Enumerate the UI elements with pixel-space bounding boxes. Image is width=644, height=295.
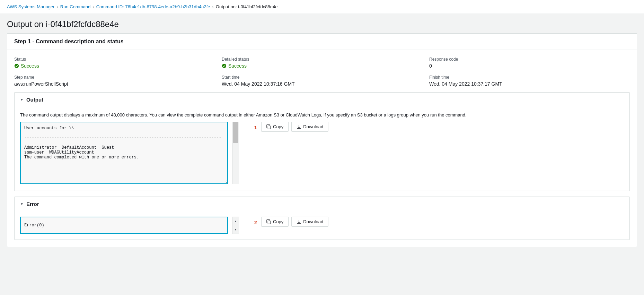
output-textarea[interactable] bbox=[20, 122, 228, 184]
output-download-button[interactable]: Download bbox=[291, 122, 328, 132]
svg-point-0 bbox=[15, 64, 19, 68]
page-header: Output on i-0f41bf2fcfdc88e4e bbox=[0, 14, 644, 33]
breadcrumb-separator-1: › bbox=[57, 4, 58, 9]
output-scrollbar-thumb bbox=[233, 122, 238, 143]
error-section-title: Error bbox=[26, 201, 39, 207]
error-copy-label: Copy bbox=[273, 219, 283, 224]
error-download-icon bbox=[297, 219, 301, 224]
output-action-buttons: Copy Download bbox=[261, 122, 328, 132]
finish-time-label: Finish time bbox=[429, 75, 630, 80]
meta-grid-1: Status Success Detailed status bbox=[14, 57, 630, 69]
breadcrumb-separator-3: › bbox=[212, 4, 214, 9]
status-text: Success bbox=[21, 63, 39, 69]
output-download-label: Download bbox=[303, 124, 323, 129]
step-title: Step 1 - Command description and status bbox=[14, 38, 630, 45]
response-code-label: Response code bbox=[429, 57, 630, 62]
page-title: Output on i-0f41bf2fcfdc88e4e bbox=[7, 19, 637, 29]
main-content: Step 1 - Command description and status … bbox=[0, 33, 644, 254]
detailed-status-value: Success bbox=[222, 63, 247, 69]
check-circle-icon-2 bbox=[222, 63, 227, 68]
output-line-number: 1 bbox=[243, 122, 257, 131]
output-section-header[interactable]: ▼ Output bbox=[15, 93, 629, 107]
error-copy-icon bbox=[266, 219, 271, 224]
breadcrumb-current: Output on: i-0f41bf2fcfdc88e4e bbox=[216, 4, 278, 9]
error-scroll-up[interactable]: ▲ bbox=[232, 217, 239, 225]
error-area-wrapper: Error(0) ▲ ▼ 2 bbox=[20, 217, 624, 234]
output-area-wrapper: 1 Copy bbox=[20, 122, 624, 185]
output-section-body: The command output displays a maximum of… bbox=[15, 107, 629, 191]
step-card-body: Status Success Detailed status bbox=[7, 50, 637, 247]
finish-time-item: Finish time Wed, 04 May 2022 10:37:17 GM… bbox=[429, 75, 630, 87]
status-value: Success bbox=[14, 63, 39, 69]
output-chevron-icon: ▼ bbox=[20, 98, 24, 102]
error-section-header[interactable]: ▼ Error bbox=[15, 197, 629, 211]
start-time-item: Start time Wed, 04 May 2022 10:37:16 GMT bbox=[222, 75, 422, 87]
copy-icon bbox=[266, 124, 271, 129]
error-chevron-icon: ▼ bbox=[20, 202, 24, 206]
error-textarea[interactable]: Error(0) bbox=[20, 217, 228, 234]
step-name-label: Step name bbox=[14, 75, 215, 80]
breadcrumb-aws-systems-manager[interactable]: AWS Systems Manager bbox=[7, 4, 55, 9]
check-circle-icon bbox=[14, 63, 19, 68]
output-copy-button[interactable]: Copy bbox=[261, 122, 289, 132]
svg-point-1 bbox=[222, 64, 226, 68]
breadcrumb-command-id[interactable]: Command ID: 76b4e1db-6798-4ede-a2b9-b2b3… bbox=[96, 4, 210, 9]
download-icon bbox=[297, 124, 301, 129]
detailed-status-item: Detailed status Success bbox=[222, 57, 422, 69]
error-scroll-down[interactable]: ▼ bbox=[232, 225, 239, 234]
breadcrumb-separator-2: › bbox=[92, 4, 94, 9]
output-copy-label: Copy bbox=[273, 124, 283, 129]
step-card: Step 1 - Command description and status … bbox=[7, 33, 637, 247]
output-scrollbar[interactable] bbox=[232, 122, 239, 184]
detailed-status-label: Detailed status bbox=[222, 57, 422, 62]
error-copy-button[interactable]: Copy bbox=[261, 217, 289, 227]
finish-time-value: Wed, 04 May 2022 10:37:17 GMT bbox=[429, 81, 630, 87]
response-code-value: 0 bbox=[429, 63, 630, 69]
error-scrollbar[interactable]: ▲ ▼ bbox=[232, 217, 239, 234]
error-line-number: 2 bbox=[243, 217, 257, 226]
step-name-item: Step name aws:runPowerShellScript bbox=[14, 75, 215, 87]
error-content: Error(0) bbox=[24, 223, 44, 228]
start-time-label: Start time bbox=[222, 75, 422, 80]
meta-grid-2: Step name aws:runPowerShellScript Start … bbox=[14, 75, 630, 87]
error-section-body: Error(0) ▲ ▼ 2 bbox=[15, 211, 629, 240]
step-card-header: Step 1 - Command description and status bbox=[7, 34, 637, 50]
error-download-label: Download bbox=[303, 219, 323, 224]
status-label: Status bbox=[14, 57, 215, 62]
error-section: ▼ Error Error(0) ▲ ▼ bbox=[14, 197, 630, 240]
svg-rect-3 bbox=[268, 221, 271, 224]
status-item: Status Success bbox=[14, 57, 215, 69]
breadcrumb: AWS Systems Manager › Run Command › Comm… bbox=[0, 0, 644, 14]
svg-rect-2 bbox=[268, 126, 271, 129]
breadcrumb-run-command[interactable]: Run Command bbox=[60, 4, 90, 9]
step-name-value: aws:runPowerShellScript bbox=[14, 81, 215, 87]
error-action-buttons: Copy Download bbox=[261, 217, 328, 227]
output-section: ▼ Output The command output displays a m… bbox=[14, 92, 630, 191]
error-download-button[interactable]: Download bbox=[291, 217, 328, 227]
error-textarea-container: Error(0) bbox=[20, 217, 228, 234]
response-code-item: Response code 0 bbox=[429, 57, 630, 69]
detailed-status-text: Success bbox=[228, 63, 247, 69]
output-section-title: Output bbox=[26, 97, 43, 103]
start-time-value: Wed, 04 May 2022 10:37:16 GMT bbox=[222, 81, 422, 87]
output-description: The command output displays a maximum of… bbox=[20, 112, 624, 118]
output-textarea-container bbox=[20, 122, 228, 185]
